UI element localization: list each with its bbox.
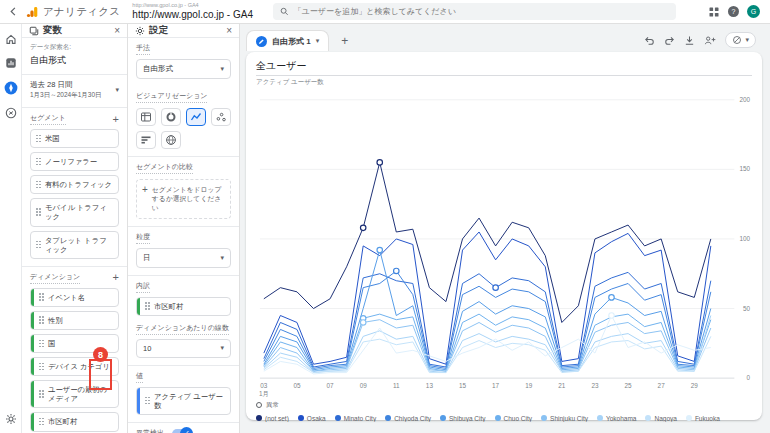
back-arrow-icon[interactable]: [8, 6, 20, 17]
legend-item[interactable]: Minato City: [335, 415, 377, 422]
anomaly-detection-label: 異常検出: [136, 428, 164, 433]
drag-handle-icon: [36, 241, 41, 249]
redo-icon[interactable]: [664, 35, 675, 46]
chip-label: 米国: [45, 134, 60, 143]
chip-label: 有料のトラフィック: [45, 180, 112, 189]
x-axis-tick-label: 25: [625, 382, 633, 389]
dimension-chip[interactable]: 性別: [30, 311, 119, 330]
viz-donut-icon[interactable]: [161, 108, 181, 126]
analytics-logo[interactable]: アナリティクス: [26, 5, 120, 19]
undo-icon[interactable]: [644, 35, 655, 46]
tab-label: 自由形式 1: [272, 36, 311, 47]
download-icon[interactable]: [684, 35, 695, 46]
anomaly-point-marker[interactable]: [394, 268, 399, 273]
admin-gear-icon[interactable]: [5, 413, 17, 425]
anomaly-point-marker[interactable]: [377, 160, 382, 165]
chart-title[interactable]: 全ユーザー: [256, 59, 752, 76]
segment-chip[interactable]: ノーリファラー: [30, 152, 119, 171]
breakdown-chip[interactable]: 市区町村: [136, 297, 231, 316]
legend-item[interactable]: Shinjuku City: [541, 415, 588, 422]
x-axis-tick-label: 09: [360, 382, 368, 389]
visualization-label: ビジュアリゼーション: [136, 91, 207, 103]
granularity-select[interactable]: 日 ▾: [136, 248, 231, 268]
chip-label: 市区町村: [48, 417, 77, 426]
property-name: http://www.gpol.co.jp - GA4: [132, 10, 253, 20]
lines-per-dimension-value: 10: [143, 344, 151, 353]
lines-per-dimension-select[interactable]: 10 ▾: [136, 339, 231, 358]
legend-dot-icon: [385, 415, 391, 421]
anomaly-point-marker[interactable]: [609, 295, 614, 300]
x-axis-tick-label: 19: [525, 382, 533, 389]
anomaly-point-marker[interactable]: [493, 285, 498, 290]
nav-advertising-icon[interactable]: [5, 107, 17, 119]
viz-table-icon[interactable]: [136, 108, 156, 126]
property-selector[interactable]: http://www.gpol.co.jp - GA4 http://www.g…: [132, 3, 253, 20]
segment-chip[interactable]: タブレット トラフィック: [30, 231, 119, 259]
legend-item[interactable]: Yokohama: [597, 415, 636, 422]
segment-comparison-dropzone[interactable]: + セグメントをドロップするか選択してください: [136, 179, 231, 219]
legend-dot-icon: [256, 415, 262, 421]
viz-line-chart-icon-selected[interactable]: [186, 108, 206, 126]
anomaly-legend: 異常: [256, 401, 752, 410]
technique-select[interactable]: 自由形式 ▾: [136, 59, 231, 79]
dimension-chip[interactable]: イベント名: [30, 288, 119, 307]
anomaly-point-marker[interactable]: [609, 313, 614, 318]
segment-chip[interactable]: モバイル トラフィック: [30, 198, 119, 226]
pencil-icon: [256, 36, 267, 47]
legend-item[interactable]: Osaka: [298, 415, 326, 422]
legend-dot-icon: [645, 415, 651, 421]
drag-handle-icon: [36, 208, 41, 216]
date-range-selector[interactable]: 過去 28 日間 1月3日～2024年1月30日 ▾: [30, 80, 119, 100]
legend-item[interactable]: Nagoya: [645, 415, 676, 422]
values-chip[interactable]: アクティブ ユーザー数: [136, 387, 231, 415]
avatar[interactable]: G: [747, 5, 760, 18]
add-dimension-button[interactable]: +: [113, 272, 119, 283]
legend-label: Chiyoda City: [394, 415, 431, 422]
nav-reports-icon[interactable]: [5, 57, 17, 69]
dimension-chip[interactable]: 市区町村: [30, 412, 119, 431]
apps-grid-icon[interactable]: [708, 6, 720, 18]
x-axis-tick-label: 07: [327, 382, 335, 389]
drag-handle-icon: [36, 158, 41, 166]
nav-home-icon[interactable]: [5, 33, 17, 45]
add-segment-button[interactable]: +: [113, 114, 119, 125]
anomaly-detection-toggle-on[interactable]: ✓: [172, 429, 192, 433]
x-axis-month-label: 1月: [259, 390, 269, 398]
segment-chip[interactable]: 米国: [30, 129, 119, 148]
legend-item[interactable]: Fukuoka: [686, 415, 720, 422]
legend-item[interactable]: (not set): [256, 415, 289, 422]
share-users-icon[interactable]: [704, 35, 716, 46]
line-chart[interactable]: 050100150200031月050709111315171921232527…: [256, 88, 752, 400]
legend-item[interactable]: Shibuya City: [440, 415, 486, 422]
exploration-name-value[interactable]: 自由形式: [30, 54, 119, 67]
add-tab-button[interactable]: +: [341, 34, 348, 51]
segments-label: セグメント: [30, 113, 66, 125]
visibility-dropdown[interactable]: ▾: [725, 32, 756, 48]
viz-scatter-icon[interactable]: [211, 108, 231, 126]
anomaly-point-marker[interactable]: [360, 225, 365, 230]
legend-item[interactable]: Chuo City: [495, 415, 533, 422]
anomaly-point-marker[interactable]: [377, 247, 382, 252]
drag-handle-icon: [36, 135, 41, 143]
breakdown-value: 市区町村: [154, 302, 183, 311]
chip-label: タブレット トラフィック: [45, 236, 113, 254]
segment-chip[interactable]: 有料のトラフィック: [30, 175, 119, 194]
x-axis-tick-label: 29: [691, 382, 699, 389]
legend-dot-icon: [495, 415, 501, 421]
annotation-step-badge: 8: [93, 347, 108, 362]
search-bar[interactable]: [273, 3, 676, 20]
viz-bar-chart-icon[interactable]: [136, 131, 156, 149]
legend-label: Yokohama: [606, 415, 636, 422]
tab-free-form-1[interactable]: 自由形式 1 ▾: [246, 30, 329, 51]
viz-geo-map-icon[interactable]: [161, 131, 181, 149]
anomaly-point-marker[interactable]: [360, 320, 365, 325]
chevron-down-icon[interactable]: ▾: [316, 37, 320, 45]
nav-explore-icon-selected[interactable]: [4, 81, 18, 95]
settings-close-icon[interactable]: ×: [226, 25, 232, 36]
variables-close-icon[interactable]: ×: [114, 25, 120, 36]
legend-item[interactable]: Chiyoda City: [385, 415, 431, 422]
help-icon[interactable]: ?: [728, 6, 739, 17]
search-input[interactable]: [294, 7, 669, 16]
chart-line-series: [264, 162, 711, 322]
date-range-primary: 過去 28 日間: [30, 80, 115, 90]
